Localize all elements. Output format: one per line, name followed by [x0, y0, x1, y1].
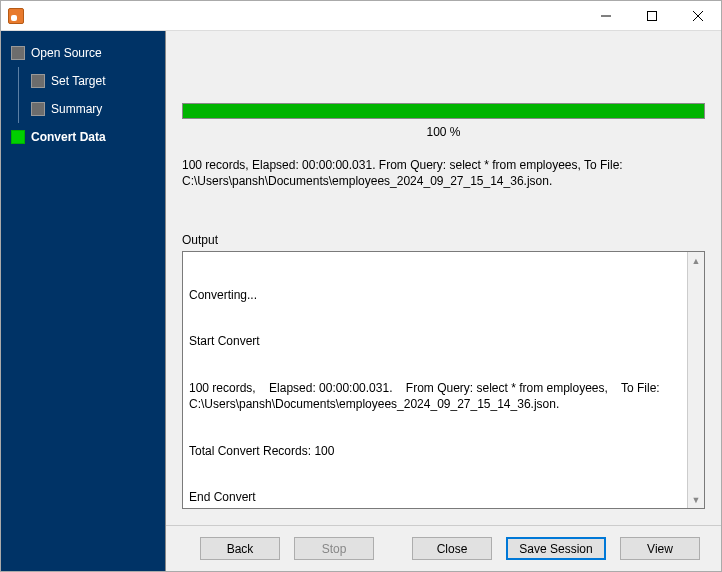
- step-label: Open Source: [31, 46, 102, 60]
- titlebar: [1, 1, 721, 31]
- output-line: Total Convert Records: 100: [189, 444, 698, 460]
- maximize-button[interactable]: [629, 1, 675, 30]
- step-box-icon: [11, 130, 25, 144]
- output-text: Converting... Start Convert 100 records,…: [183, 252, 704, 509]
- close-button[interactable]: Close: [412, 537, 492, 560]
- output-line: End Convert: [189, 490, 698, 506]
- progress-fill: [183, 104, 704, 118]
- step-box-icon: [11, 46, 25, 60]
- app-icon: [8, 8, 24, 24]
- progress-section: 100 %: [182, 103, 705, 139]
- scroll-up-icon[interactable]: ▲: [688, 252, 704, 269]
- step-box-icon: [31, 74, 45, 88]
- back-button[interactable]: Back: [200, 537, 280, 560]
- minimize-button[interactable]: [583, 1, 629, 30]
- step-label: Set Target: [51, 74, 105, 88]
- stop-button[interactable]: Stop: [294, 537, 374, 560]
- output-label: Output: [182, 233, 705, 247]
- output-line: Converting...: [189, 288, 698, 304]
- wizard-sidebar: Open Source Set Target Summary Convert D…: [1, 31, 165, 571]
- tree-line: [18, 67, 19, 95]
- close-icon: [693, 11, 703, 21]
- step-set-target[interactable]: Set Target: [1, 67, 165, 95]
- tree-line: [18, 95, 19, 123]
- save-session-button[interactable]: Save Session: [506, 537, 606, 560]
- step-label: Convert Data: [31, 130, 106, 144]
- minimize-icon: [601, 11, 611, 21]
- output-scrollbar[interactable]: ▲ ▼: [687, 252, 704, 508]
- output-line: 100 records, Elapsed: 00:00:00.031. From…: [189, 381, 698, 412]
- view-button[interactable]: View: [620, 537, 700, 560]
- progress-bar: [182, 103, 705, 119]
- step-label: Summary: [51, 102, 102, 116]
- step-open-source[interactable]: Open Source: [1, 39, 165, 67]
- window-controls: [583, 1, 721, 30]
- wizard-footer: Back Stop Close Save Session View: [166, 525, 721, 571]
- scroll-down-icon[interactable]: ▼: [688, 491, 704, 508]
- progress-percent-label: 100 %: [182, 125, 705, 139]
- svg-rect-1: [648, 11, 657, 20]
- close-window-button[interactable]: [675, 1, 721, 30]
- output-log[interactable]: Converting... Start Convert 100 records,…: [182, 251, 705, 509]
- summary-line: 100 records, Elapsed: 00:00:00.031. From…: [182, 157, 705, 173]
- step-box-icon: [31, 102, 45, 116]
- summary-line: C:\Users\pansh\Documents\employees_2024_…: [182, 173, 705, 189]
- output-line: Start Convert: [189, 334, 698, 350]
- main-panel: 100 % 100 records, Elapsed: 00:00:00.031…: [165, 31, 721, 571]
- conversion-summary: 100 records, Elapsed: 00:00:00.031. From…: [182, 157, 705, 189]
- step-convert-data[interactable]: Convert Data: [1, 123, 165, 151]
- maximize-icon: [647, 11, 657, 21]
- step-summary[interactable]: Summary: [1, 95, 165, 123]
